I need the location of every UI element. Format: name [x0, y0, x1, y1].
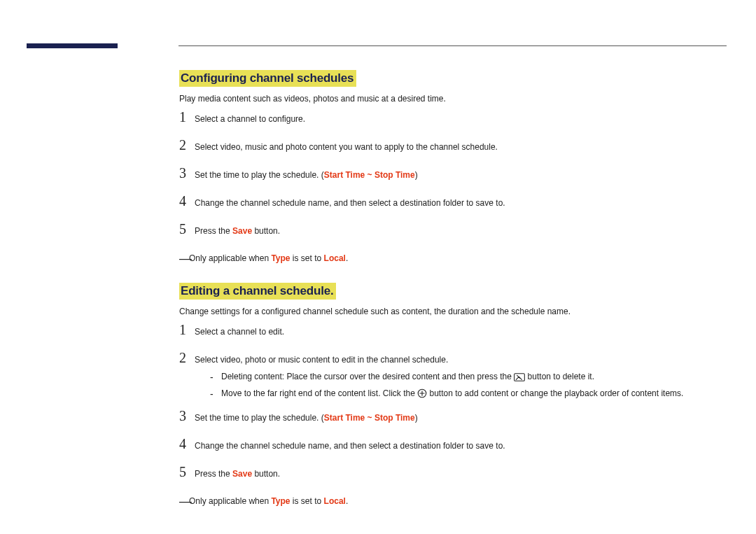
section1-step-3: 3 Set the time to play the schedule. (St… [179, 169, 727, 185]
page-top-rule [178, 45, 727, 46]
step-number: 1 [179, 109, 192, 125]
step-number: 1 [179, 322, 192, 337]
step-number: 2 [179, 350, 192, 365]
section1-step-1: 1 Select a channel to configure. [179, 113, 727, 129]
step-text: Select video, photo or music content to … [195, 354, 727, 366]
step-number: 5 [179, 464, 192, 479]
section1-step-4: 4 Change the channel schedule name, and … [179, 197, 727, 213]
step-text: Press the Save button. [195, 468, 727, 480]
section1-intro: Play media content such as videos, photo… [179, 94, 727, 104]
step-text: Set the time to play the schedule. (Star… [195, 412, 727, 424]
step-number: 3 [179, 408, 192, 423]
section2-step-2-sub1: - Deleting content: Place the cursor ove… [210, 370, 727, 383]
step-text: Change the channel schedule name, and th… [195, 440, 727, 452]
section2-step-2: 2 Select video, photo or music content t… [179, 354, 727, 400]
step-number: 5 [179, 221, 192, 237]
page-corner-marker [27, 43, 118, 48]
note-dash: ― [179, 495, 192, 507]
section1-step-5: 5 Press the Save button. [179, 225, 727, 241]
section2-intro: Change settings for a configured channel… [179, 307, 727, 316]
section2-steps: 1 Select a channel to edit. 2 Select vid… [179, 326, 727, 484]
step-number: 2 [179, 137, 192, 153]
step-text: Select video, music and photo content yo… [195, 141, 727, 153]
step-text: Select a channel to edit. [195, 326, 727, 338]
step-number: 3 [179, 165, 192, 181]
step-number: 4 [179, 193, 192, 209]
section1-note: ― Only applicable when Type is set to Lo… [179, 253, 727, 263]
section2-step-5: 5 Press the Save button. [179, 468, 727, 484]
bullet-dash: - [210, 370, 214, 385]
section-title-editing: Editing a channel schedule. [179, 283, 336, 300]
section-configuring: Configuring channel schedules Play media… [179, 70, 727, 263]
section2-step-1: 1 Select a channel to edit. [179, 326, 727, 342]
section2-step-3: 3 Set the time to play the schedule. (St… [179, 412, 727, 428]
note-dash: ― [179, 252, 192, 265]
section2-step-2-sublist: - Deleting content: Place the cursor ove… [210, 370, 727, 400]
section2-step-2-sub2: - Move to the far right end of the conte… [210, 387, 727, 400]
section2-note: ― Only applicable when Type is set to Lo… [179, 496, 727, 506]
section1-steps: 1 Select a channel to configure. 2 Selec… [179, 113, 727, 241]
step-text: Press the Save button. [195, 225, 727, 237]
bullet-dash: - [210, 387, 214, 402]
step-text: Select a channel to configure. [195, 113, 727, 125]
step-text: Set the time to play the schedule. (Star… [195, 169, 727, 181]
delete-icon [514, 373, 525, 381]
step-number: 4 [179, 436, 192, 451]
section-title-configuring: Configuring channel schedules [179, 70, 356, 87]
section2-step-4: 4 Change the channel schedule name, and … [179, 440, 727, 456]
step-text: Change the channel schedule name, and th… [195, 197, 727, 209]
section-editing: Editing a channel schedule. Change setti… [179, 283, 727, 506]
section1-step-2: 2 Select video, music and photo content … [179, 141, 727, 157]
page-content: Configuring channel schedules Play media… [179, 70, 727, 526]
add-icon [417, 388, 427, 398]
